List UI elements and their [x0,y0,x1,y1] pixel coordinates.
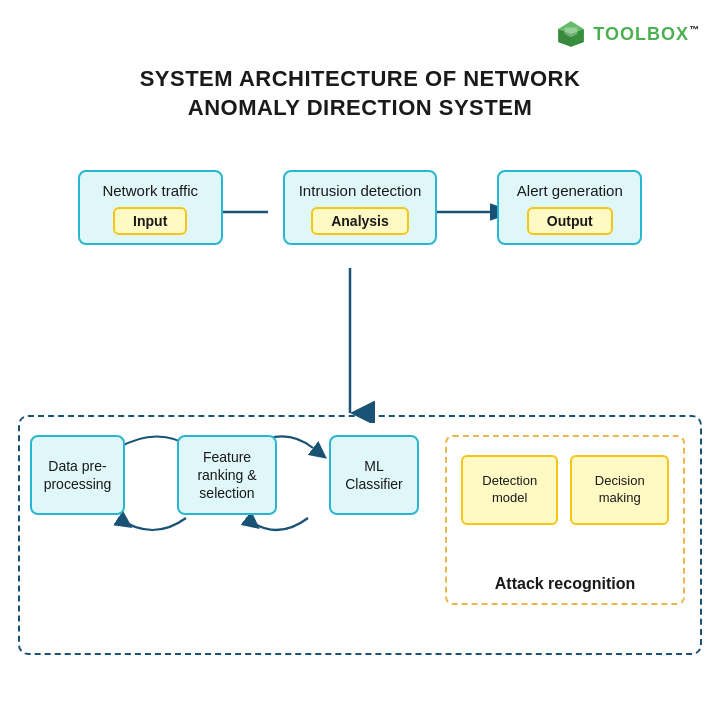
title-line2: ANOMALY DIRECTION SYSTEM [0,94,720,123]
attack-inner-boxes: Detection model Decision making [461,455,669,525]
alert-generation-box: Alert generation Output [497,170,642,245]
detection-model-text: Detection model [475,473,544,507]
title-line1: SYSTEM ARCHITECTURE OF NETWORK [0,65,720,94]
logo-tm: ™ [689,24,700,35]
feature-ranking-text: Feature ranking & selection [191,448,263,503]
network-traffic-title: Network traffic [94,182,207,199]
toolbox-logo-icon [555,18,587,50]
intrusion-detection-label: Analysis [311,207,409,235]
bottom-boxes: Data pre-processing Feature ranking & se… [30,435,419,515]
decision-making-box: Decision making [570,455,669,525]
data-preprocessing-text: Data pre-processing [44,457,112,493]
intrusion-detection-box: Intrusion detection Analysis [283,170,438,245]
page-title: SYSTEM ARCHITECTURE OF NETWORK ANOMALY D… [0,65,720,122]
alert-generation-label: Output [527,207,613,235]
ml-classifier-text: ML Classifier [343,457,405,493]
alert-generation-title: Alert generation [513,182,626,199]
decision-making-text: Decision making [584,473,655,507]
attack-recognition-label: Attack recognition [447,575,683,593]
top-row: Network traffic Input Intrusion detectio… [0,170,720,245]
attack-recognition-box: Detection model Decision making Attack r… [445,435,685,605]
intrusion-detection-title: Intrusion detection [299,182,422,199]
ml-classifier-box: ML Classifier [329,435,419,515]
logo-brand: TOOLBOX [593,24,689,44]
logo-text: TOOLBOX™ [593,24,700,45]
logo: TOOLBOX™ [555,18,700,50]
vertical-arrow [325,268,375,423]
detection-model-box: Detection model [461,455,558,525]
network-traffic-box: Network traffic Input [78,170,223,245]
feature-ranking-box: Feature ranking & selection [177,435,277,515]
network-traffic-label: Input [113,207,187,235]
data-preprocessing-box: Data pre-processing [30,435,125,515]
